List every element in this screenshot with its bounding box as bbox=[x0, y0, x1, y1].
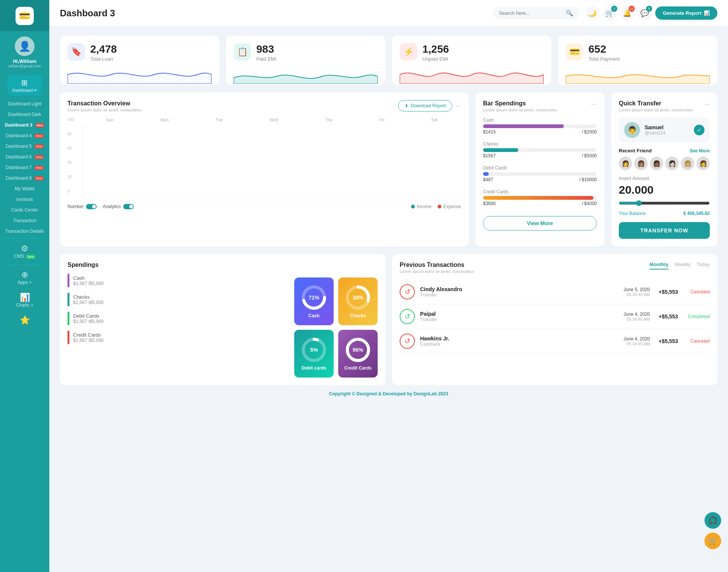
transaction-list: ↺ Cindy Alexandro Transfer June 5, 2020 … bbox=[400, 280, 710, 354]
number-toggle[interactable] bbox=[86, 204, 97, 209]
chart-day-wed: Wed bbox=[270, 118, 278, 122]
sidebar-item-dashboard-6[interactable]: Dashboard 6 New bbox=[0, 152, 49, 162]
search-bar[interactable]: 🔍 bbox=[493, 7, 579, 19]
cat-cash-name: Cash bbox=[73, 275, 288, 281]
sidebar-item-dashboard-7[interactable]: Dashboard 7 New bbox=[0, 162, 49, 173]
grid-icon: ⊞ bbox=[21, 78, 28, 87]
tab-monthly[interactable]: Monthly bbox=[650, 262, 668, 270]
stat-card-total-loan: 🔖 2,478 Total Loan bbox=[60, 36, 219, 85]
quick-transfer-title: Quick Transfer bbox=[619, 100, 693, 107]
income-legend: Income bbox=[411, 204, 431, 209]
new-badge: New bbox=[35, 144, 44, 149]
amount-value: 20.000 bbox=[619, 183, 710, 196]
friend-avatar-6[interactable]: 👩 bbox=[697, 157, 710, 170]
sidebar-item-dashboard-3[interactable]: Dashboard 3 New bbox=[0, 120, 49, 130]
sidebar-item-invoices[interactable]: Invoices bbox=[0, 194, 49, 205]
donut-credit: 96% Credit Cards bbox=[338, 330, 378, 378]
tx-row-cindy: ↺ Cindy Alexandro Transfer June 5, 2020 … bbox=[400, 280, 710, 304]
transaction-overview-subtitle: Lorem ipsum dolor sit amet, consectetur bbox=[67, 108, 142, 112]
donut-cash: 71% Cash bbox=[294, 277, 334, 325]
sidebar-cms[interactable]: ⚙ CMS New bbox=[14, 240, 35, 263]
sidebar-charts[interactable]: 📊 Charts > bbox=[16, 289, 33, 312]
message-button[interactable]: 💬 5 bbox=[638, 6, 651, 20]
apps-label: Apps > bbox=[17, 280, 32, 285]
amount-slider[interactable] bbox=[619, 200, 710, 206]
see-more-button[interactable]: See More bbox=[690, 148, 710, 154]
tx-row-paipal: ↺ Paipal Transfer June 4, 2020 05:34:45 … bbox=[400, 304, 710, 329]
cart-fab[interactable]: 🛒 bbox=[704, 533, 721, 549]
spending-credit-value: $3890 bbox=[483, 201, 496, 206]
sidebar-item-transaction[interactable]: Transaction bbox=[0, 215, 49, 226]
sidebar-item-dashboard-dark[interactable]: Dashboard Dark bbox=[0, 109, 49, 120]
bar-spendings-more-button[interactable]: ··· bbox=[591, 100, 597, 108]
number-toggle-group: Number bbox=[67, 204, 97, 209]
quick-transfer-card: Quick Transfer Lorem ipsum dolor sit ame… bbox=[611, 92, 717, 246]
sidebar-item-dashboard-8[interactable]: Dashboard 8 New bbox=[0, 173, 49, 183]
transaction-more-button[interactable]: ··· bbox=[455, 102, 461, 110]
svg-text:30%: 30% bbox=[353, 295, 364, 301]
tx-amount-hawkins: +$5,553 bbox=[655, 338, 678, 344]
tx-type-paipal: Transfer bbox=[420, 317, 437, 322]
recent-friend-section: Recent Friend See More bbox=[619, 148, 710, 154]
dashboard-nav-icon[interactable]: ⊞ Dashboard bbox=[7, 75, 42, 96]
transfer-person: 👨 Samuel @sam224 ✓ bbox=[619, 118, 710, 143]
star-icon: ⭐ bbox=[20, 315, 30, 325]
spending-debit-value: $487 bbox=[483, 177, 493, 182]
tx-name-paipal: Paipal bbox=[420, 311, 437, 317]
tab-today[interactable]: Today bbox=[697, 262, 710, 270]
sidebar-item-dashboard-light[interactable]: Dashboard Light bbox=[0, 99, 49, 109]
gear-icon: ⚙ bbox=[21, 244, 28, 254]
apps-icon: ⊕ bbox=[21, 270, 28, 280]
sidebar-item-cards-center[interactable]: Cards Center bbox=[0, 205, 49, 215]
cat-debit-amount: $1,567 /$5,000 bbox=[73, 319, 288, 324]
tx-time-hawkins: 05:34:45 AM bbox=[624, 342, 650, 346]
sidebar-logo: 💳 bbox=[0, 0, 49, 31]
friend-avatar-3[interactable]: 👩🏾 bbox=[650, 157, 663, 170]
tx-date-hawkins: June 4, 2020 05:34:45 AM bbox=[624, 336, 650, 346]
cart-button[interactable]: 🛒 2 bbox=[603, 6, 617, 20]
analytics-toggle[interactable] bbox=[123, 204, 134, 209]
bar-spendings-title: Bar Spendings bbox=[483, 100, 557, 107]
sidebar-item-dashboard-4[interactable]: Dashboard 4 New bbox=[0, 130, 49, 141]
bell-button[interactable]: 🔔 12 bbox=[620, 6, 634, 20]
friend-avatar-5[interactable]: 👩🏼 bbox=[681, 157, 694, 170]
header-icons: 🌙 🛒 2 🔔 12 💬 5 bbox=[585, 6, 651, 20]
tx-type-hawkins: Cashback bbox=[420, 342, 449, 347]
moon-button[interactable]: 🌙 bbox=[585, 6, 599, 20]
support-fab[interactable]: 🎧 bbox=[704, 512, 721, 529]
generate-report-button[interactable]: Generate Report 📊 bbox=[655, 6, 717, 20]
tab-weekly[interactable]: Weekly bbox=[675, 262, 690, 270]
sidebar-apps[interactable]: ⊕ Apps > bbox=[17, 266, 32, 289]
sidebar-favorites[interactable]: ⭐ bbox=[20, 312, 30, 329]
footer-brand: DexignLab bbox=[414, 391, 437, 396]
sidebar-item-dashboard-5[interactable]: Dashboard 5 New bbox=[0, 141, 49, 152]
view-more-button[interactable]: View More bbox=[483, 216, 597, 230]
transfer-now-button[interactable]: TRANSFER NOW bbox=[619, 222, 710, 239]
quick-transfer-more-button[interactable]: ··· bbox=[704, 100, 710, 108]
amount-slider-container bbox=[619, 200, 710, 208]
transfer-handle: @sam224 bbox=[645, 130, 665, 136]
user-email: william@gmail.com bbox=[8, 64, 41, 68]
spending-credit-label: Credit Cards bbox=[483, 189, 597, 194]
tx-status-cindy: Canceled bbox=[683, 289, 710, 295]
avatar: 👤 bbox=[15, 36, 35, 56]
friend-avatar-4[interactable]: 👩🏻 bbox=[665, 157, 679, 170]
friend-avatar-2[interactable]: 👩🏽 bbox=[634, 157, 648, 170]
search-input[interactable] bbox=[499, 10, 563, 16]
tx-date-paipal: June 4, 2020 05:34:45 AM bbox=[624, 312, 650, 321]
sidebar-item-transaction-details[interactable]: Transaction Details bbox=[0, 226, 49, 237]
charts-icon: 📊 bbox=[20, 293, 30, 302]
transfer-avatar: 👨 bbox=[624, 122, 640, 138]
total-payment-icon: 💳 bbox=[566, 43, 583, 61]
sidebar-user-section: 👤 Hi,William william@gmail.com bbox=[8, 31, 41, 72]
donut-cash-label: Cash bbox=[308, 313, 319, 318]
spending-checks-value: $1567 bbox=[483, 153, 496, 158]
sidebar-item-my-wallet[interactable]: My Wallet bbox=[0, 183, 49, 194]
transaction-overview-card: Transaction Overview Lorem ipsum dolor s… bbox=[60, 92, 469, 246]
download-report-button[interactable]: ⬇ Download Report bbox=[398, 100, 452, 111]
friend-avatar-1[interactable]: 👩 bbox=[619, 157, 632, 170]
expense-label: Expense bbox=[443, 204, 461, 209]
transfer-check-icon: ✓ bbox=[694, 125, 704, 135]
chart-legend: Number Analytics Income bbox=[67, 204, 461, 209]
bar-spendings-header: Bar Spendings Lorem ipsum dolor sit amet… bbox=[483, 100, 597, 112]
